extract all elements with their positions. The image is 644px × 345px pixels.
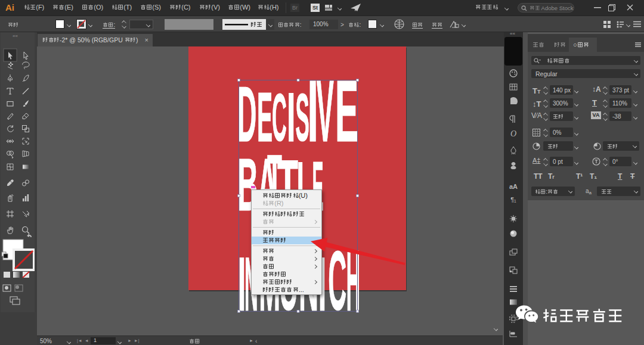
svg-text:V: V bbox=[317, 62, 334, 160]
svg-text:I: I bbox=[287, 78, 295, 156]
svg-text:C: C bbox=[328, 234, 346, 327]
svg-text:¶₁: ¶₁ bbox=[510, 196, 516, 203]
svg-text:H: H bbox=[346, 232, 360, 329]
svg-text:E: E bbox=[335, 62, 358, 160]
svg-text:aA: aA bbox=[509, 183, 518, 190]
svg-text:O: O bbox=[510, 129, 516, 138]
